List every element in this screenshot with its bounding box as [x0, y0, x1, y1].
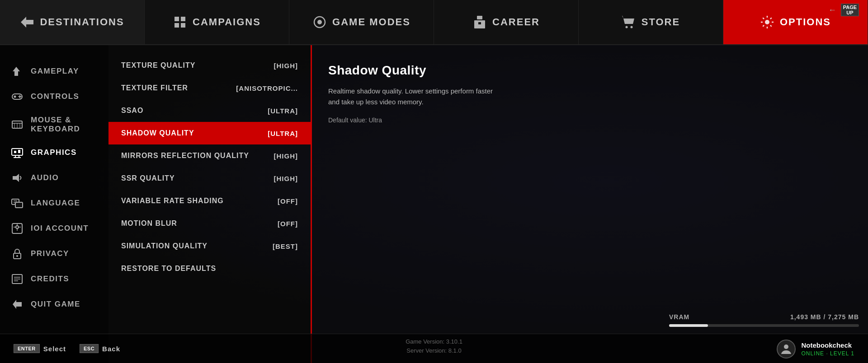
nav-item-career[interactable]: CAREER	[434, 0, 579, 44]
setting-label-mirrors-reflection: MIRRORS REFLECTION QUALITY	[121, 152, 249, 160]
setting-texture-filter[interactable]: TEXTURE FILTER [ANISOTROPIC...	[108, 77, 311, 99]
svg-marker-13	[13, 67, 20, 76]
page-up-button[interactable]: PAGEUP	[841, 4, 859, 16]
svg-point-12	[765, 20, 769, 24]
user-details: Notebookcheck ONLINE · LEVEL 1	[801, 340, 854, 358]
select-hint: ENTER Select	[14, 344, 66, 353]
setting-value-simulation-quality: [BEST]	[273, 242, 298, 250]
setting-ssao[interactable]: SSAO [ULTRA]	[108, 99, 311, 122]
bottom-bar: ENTER Select ESC Back Game Version: 3.10…	[0, 334, 868, 363]
setting-label-ssr-quality: SSR QUALITY	[121, 174, 175, 182]
mouse-keyboard-icon	[11, 118, 24, 131]
svg-marker-46	[13, 300, 22, 309]
sidebar-label-graphics: GRAPHICS	[31, 148, 77, 157]
sidebar-item-mouse-keyboard[interactable]: MOUSE & KEYBOARD	[0, 109, 108, 140]
setting-value-motion-blur: [OFF]	[278, 220, 298, 228]
sidebar-label-language: LANGUAGE	[31, 199, 80, 208]
user-avatar	[777, 340, 796, 358]
vram-bar-fill	[669, 324, 708, 327]
info-default: Default value: Ultra	[328, 116, 852, 124]
setting-label-variable-rate-shading: VARIABLE RATE SHADING	[121, 197, 224, 205]
sidebar-item-privacy[interactable]: PRIVACY	[0, 241, 108, 266]
privacy-icon	[11, 247, 24, 260]
controls-icon	[11, 90, 24, 103]
setting-label-restore-defaults: RESTORE TO DEFAULTS	[121, 265, 216, 273]
setting-value-shadow-quality: [ULTRA]	[268, 130, 298, 137]
sidebar-label-credits: CREDITS	[31, 275, 69, 284]
sidebar-item-language[interactable]: LANGUAGE	[0, 191, 108, 216]
info-description: Realtime shadow quality. Lower settings …	[328, 86, 500, 107]
setting-restore-defaults[interactable]: RESTORE TO DEFAULTS	[108, 257, 311, 280]
select-label: Select	[43, 345, 66, 353]
graphics-icon	[11, 146, 24, 159]
setting-texture-quality[interactable]: TEXTURE QUALITY [HIGH]	[108, 54, 311, 77]
sidebar-item-quit-game[interactable]: QUIT GAME	[0, 292, 108, 317]
svg-point-15	[14, 96, 16, 98]
svg-rect-27	[14, 151, 16, 153]
game-modes-icon	[312, 15, 327, 29]
setting-mirrors-reflection[interactable]: MIRRORS REFLECTION QUALITY [HIGH]	[108, 144, 311, 167]
setting-label-simulation-quality: SIMULATION QUALITY	[121, 242, 208, 250]
main-content: GAMEPLAY CONTROLS MOUSE & KEYBOARD	[0, 45, 868, 363]
user-status: ONLINE · LEVEL 1	[801, 350, 854, 358]
settings-panel: TEXTURE QUALITY [HIGH] TEXTURE FILTER [A…	[108, 45, 312, 363]
svg-marker-29	[13, 174, 19, 182]
sidebar-item-audio[interactable]: AUDIO	[0, 165, 108, 191]
setting-label-texture-filter: TEXTURE FILTER	[121, 84, 188, 92]
svg-rect-7	[477, 16, 482, 19]
setting-value-variable-rate-shading: [OFF]	[278, 197, 298, 205]
setting-label-motion-blur: MOTION BLUR	[121, 219, 177, 228]
store-icon	[622, 15, 636, 29]
svg-marker-0	[21, 17, 33, 28]
sidebar-item-controls[interactable]: CONTROLS	[0, 84, 108, 109]
campaigns-icon	[173, 15, 187, 29]
options-icon	[760, 15, 774, 29]
back-label: Back	[102, 345, 120, 353]
vram-section: VRAM 1,493 MB / 7,275 MB	[669, 313, 859, 327]
svg-rect-3	[175, 23, 179, 28]
destinations-icon	[20, 15, 34, 29]
info-title: Shadow Quality	[328, 63, 852, 78]
gameplay-icon	[11, 65, 24, 78]
sidebar-item-ioi-account[interactable]: IOI ACCOUNT	[0, 216, 108, 241]
nav-item-destinations[interactable]: DESTINATIONS	[0, 0, 145, 44]
bottom-controls: ENTER Select ESC Back	[14, 344, 120, 353]
setting-ssr-quality[interactable]: SSR QUALITY [HIGH]	[108, 167, 311, 190]
enter-key-badge: ENTER	[14, 344, 40, 353]
nav-item-campaigns[interactable]: CAMPAIGNS	[145, 0, 289, 44]
server-version: Server Version: 8.1.0	[406, 346, 462, 355]
setting-variable-rate-shading[interactable]: VARIABLE RATE SHADING [OFF]	[108, 190, 311, 212]
sidebar-item-graphics[interactable]: GRAPHICS	[0, 140, 108, 165]
sidebar-label-gameplay: GAMEPLAY	[31, 67, 79, 76]
setting-shadow-quality[interactable]: SHADOW QUALITY [ULTRA]	[108, 122, 311, 144]
setting-value-mirrors-reflection: [HIGH]	[274, 152, 298, 160]
nav-item-store[interactable]: STORE	[579, 0, 723, 44]
svg-point-10	[625, 26, 627, 28]
sidebar-label-controls: CONTROLS	[31, 92, 79, 101]
svg-point-47	[784, 344, 788, 349]
setting-value-ssr-quality: [HIGH]	[274, 175, 298, 182]
svg-rect-31	[15, 202, 23, 208]
back-arrow-icon[interactable]: ←	[828, 5, 836, 15]
vram-bar-background	[669, 324, 859, 327]
svg-point-6	[317, 20, 322, 24]
setting-label-ssao: SSAO	[121, 107, 143, 115]
nav-item-game-modes[interactable]: GAME MODES	[289, 0, 434, 44]
setting-value-texture-quality: [HIGH]	[274, 62, 298, 70]
setting-motion-blur[interactable]: MOTION BLUR [OFF]	[108, 212, 311, 235]
svg-rect-23	[12, 149, 23, 155]
setting-value-texture-filter: [ANISOTROPIC...	[236, 84, 298, 92]
sidebar-label-quit-game: QUIT GAME	[31, 300, 80, 309]
credits-icon	[11, 273, 24, 285]
svg-point-35	[16, 226, 19, 228]
svg-rect-28	[18, 150, 20, 153]
audio-icon	[11, 172, 24, 184]
vram-label: VRAM	[669, 313, 689, 321]
top-navigation: DESTINATIONS CAMPAIGNS GAME MODES CAREER…	[0, 0, 868, 45]
quit-game-icon	[11, 298, 24, 311]
svg-rect-1	[175, 17, 179, 21]
sidebar-item-credits[interactable]: CREDITS	[0, 266, 108, 292]
sidebar-item-gameplay[interactable]: GAMEPLAY	[0, 59, 108, 84]
user-info: Notebookcheck ONLINE · LEVEL 1	[777, 340, 854, 358]
setting-simulation-quality[interactable]: SIMULATION QUALITY [BEST]	[108, 235, 311, 257]
